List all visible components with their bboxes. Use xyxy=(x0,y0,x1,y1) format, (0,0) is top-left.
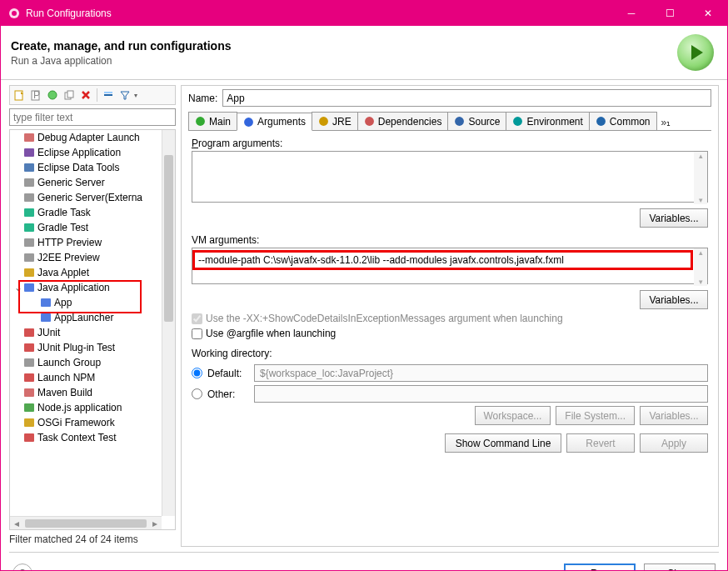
tree-item[interactable]: Task Context Test xyxy=(10,430,162,445)
collapse-icon[interactable] xyxy=(101,88,116,103)
svg-rect-10 xyxy=(24,133,34,142)
filter-input[interactable] xyxy=(9,108,176,126)
tab-main[interactable]: Main xyxy=(188,112,237,130)
svg-rect-27 xyxy=(24,388,34,397)
tree-scrollbar-horizontal[interactable]: ◂▸ xyxy=(10,516,162,529)
run-button[interactable]: Run xyxy=(564,563,636,572)
tree-item[interactable]: Node.js application xyxy=(10,400,162,415)
filesystem-button: File System... xyxy=(556,406,635,425)
svg-rect-20 xyxy=(24,283,34,292)
wd-other-radio[interactable] xyxy=(192,388,202,399)
tab-source[interactable]: Source xyxy=(447,112,506,130)
argfile-checkbox[interactable] xyxy=(192,328,202,339)
tree-item[interactable]: App xyxy=(10,295,162,310)
tab-overflow[interactable]: »₁ xyxy=(656,115,676,130)
tree-item-label: Gradle Test xyxy=(37,222,88,233)
filter-box xyxy=(9,108,176,126)
tree-item[interactable]: J2EE Preview xyxy=(10,250,162,265)
tree-item-label: J2EE Preview xyxy=(37,252,100,263)
new-config-icon[interactable] xyxy=(12,88,27,103)
svg-rect-9 xyxy=(104,92,112,93)
prog-variables-button[interactable]: Variables... xyxy=(640,208,708,228)
tree-item-label: HTTP Preview xyxy=(37,237,102,248)
tree-item[interactable]: JUnit Plug-in Test xyxy=(10,340,162,355)
xx-checkbox-label: Use the -XX:+ShowCodeDetailsInExceptionM… xyxy=(206,313,563,324)
scrollbar-icon[interactable]: ▴▾ xyxy=(694,152,707,204)
svg-rect-21 xyxy=(41,298,51,307)
vm-variables-button[interactable]: Variables... xyxy=(640,290,708,309)
tree-item[interactable]: HTTP Preview xyxy=(10,235,162,250)
tree-item[interactable]: Launch Group xyxy=(10,355,162,370)
argfile-checkbox-label: Use @argfile when launching xyxy=(206,328,336,339)
tree-item-label: JUnit xyxy=(37,327,60,338)
tab-arguments[interactable]: Arguments xyxy=(237,113,312,131)
tab-label: Source xyxy=(468,116,500,128)
tree-item[interactable]: JUnit xyxy=(10,325,162,340)
config-tree[interactable]: Debug Adapter LaunchEclipse ApplicationE… xyxy=(9,129,176,530)
tab-label: Arguments xyxy=(257,116,306,128)
svg-rect-17 xyxy=(24,238,34,247)
svg-rect-23 xyxy=(24,328,34,337)
tree-item[interactable]: Generic Server(Externa xyxy=(10,190,162,205)
wd-other-label: Other: xyxy=(207,388,249,400)
program-args-textarea[interactable] xyxy=(192,151,708,203)
tree-item-label: Maven Build xyxy=(37,387,92,398)
apply-button: Apply xyxy=(640,433,708,453)
tree-item[interactable]: Eclipse Data Tools xyxy=(10,160,162,175)
argfile-checkbox-row[interactable]: Use @argfile when launching xyxy=(192,328,708,339)
tree-item[interactable]: AppLauncher xyxy=(10,310,162,325)
run-banner-icon xyxy=(677,34,714,71)
program-args-label: Program arguments: xyxy=(192,138,708,149)
tree-item[interactable]: Eclipse Application xyxy=(10,145,162,160)
tree-item-label: Gradle Task xyxy=(37,207,91,218)
titlebar: Run Configurations ─ ☐ ✕ xyxy=(1,1,727,26)
svg-rect-19 xyxy=(24,268,34,277)
tab-label: Environment xyxy=(526,116,582,128)
window-close-button[interactable]: ✕ xyxy=(689,1,727,26)
close-button[interactable]: Close xyxy=(644,563,716,572)
tree-item[interactable]: Launch NPM xyxy=(10,370,162,385)
scrollbar-icon[interactable]: ▴▾ xyxy=(694,248,707,286)
new-proto-icon[interactable]: P xyxy=(28,88,43,103)
tab-label: Dependencies xyxy=(378,116,442,128)
export-icon[interactable] xyxy=(45,88,60,103)
tree-item[interactable]: Gradle Task xyxy=(10,205,162,220)
wd-default-radio[interactable] xyxy=(192,368,202,378)
svg-point-33 xyxy=(319,117,328,126)
tree-item[interactable]: Java Applet xyxy=(10,265,162,280)
tree-item-label: JUnit Plug-in Test xyxy=(37,342,115,353)
filter-icon[interactable] xyxy=(117,88,132,103)
svg-rect-25 xyxy=(24,358,34,367)
tree-item[interactable]: OSGi Framework xyxy=(10,415,162,430)
tab-common[interactable]: Common xyxy=(589,112,657,130)
tab-environment[interactable]: Environment xyxy=(506,112,589,130)
tree-item[interactable]: Debug Adapter Launch xyxy=(10,130,162,145)
name-label: Name: xyxy=(188,93,217,104)
maximize-button[interactable]: ☐ xyxy=(651,1,689,26)
tab-dependencies[interactable]: Dependencies xyxy=(357,112,449,130)
tree-item[interactable]: Generic Server xyxy=(10,175,162,190)
vm-args-value: --module-path C:\sw\javafx-sdk-11.0.2\li… xyxy=(198,254,564,266)
svg-point-36 xyxy=(514,117,523,126)
tree-item-label: Eclipse Data Tools xyxy=(37,162,120,173)
tree-item[interactable]: Gradle Test xyxy=(10,220,162,235)
delete-icon[interactable] xyxy=(78,88,93,103)
tree-item[interactable]: Maven Build xyxy=(10,385,162,400)
tree-item-label: Eclipse Application xyxy=(37,147,121,158)
name-input[interactable] xyxy=(222,89,711,107)
svg-rect-30 xyxy=(24,433,34,442)
tree-scrollbar-vertical[interactable] xyxy=(162,130,175,516)
svg-rect-26 xyxy=(24,373,34,382)
sidebar: P ▾ Debug Adapter LaunchEclipse Applicat… xyxy=(9,85,176,547)
svg-rect-29 xyxy=(24,418,34,427)
duplicate-icon[interactable] xyxy=(62,88,77,103)
svg-text:P: P xyxy=(33,89,40,101)
header-subtitle: Run a Java application xyxy=(11,55,677,67)
minimize-button[interactable]: ─ xyxy=(612,1,651,26)
tree-item[interactable]: ⌄Java Application xyxy=(10,280,162,295)
tab-jre[interactable]: JRE xyxy=(312,112,358,130)
tree-item-label: OSGi Framework xyxy=(37,417,115,428)
show-cmdline-button[interactable]: Show Command Line xyxy=(445,433,561,453)
wd-default-value xyxy=(254,364,708,382)
help-icon[interactable]: ? xyxy=(12,563,32,572)
